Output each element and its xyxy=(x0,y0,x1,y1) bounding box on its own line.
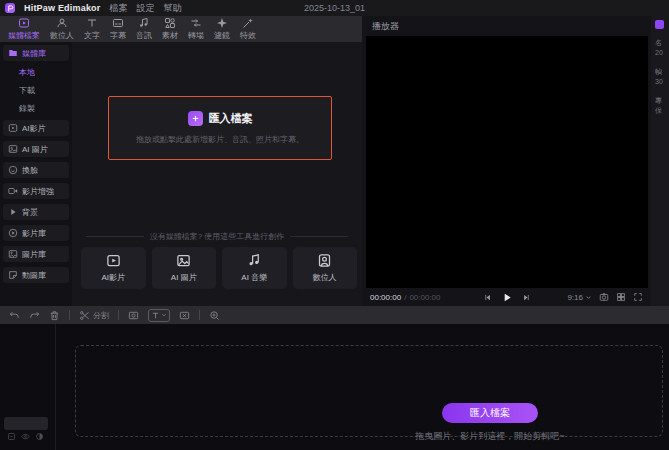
next-frame-icon[interactable] xyxy=(521,293,530,302)
fullscreen-icon[interactable] xyxy=(633,292,643,302)
zoom-in-icon[interactable] xyxy=(209,310,220,321)
property-value: 30 xyxy=(655,77,669,87)
ai-music-icon xyxy=(247,253,262,268)
asset-tabbar: 媒體檔案 數位人 文字 字幕 音訊 素材 xyxy=(0,16,362,42)
timeline-toolbar: 分割 xyxy=(0,306,669,324)
aspect-ratio-value: 9:16 xyxy=(567,293,583,302)
play-icon[interactable] xyxy=(501,292,512,303)
tab-text[interactable]: 文字 xyxy=(79,16,105,42)
media-panel: 匯入檔案 拖放或點擊此處新增影片、音訊、照片和字幕。 沒有媒體檔案? 使用這些工… xyxy=(72,42,362,306)
import-files-dropzone[interactable]: 匯入檔案 拖放或點擊此處新增影片、音訊、照片和字幕。 xyxy=(108,96,332,160)
menu-settings[interactable]: 設定 xyxy=(137,2,155,15)
sidebar-item-face-swap[interactable]: 換臉 xyxy=(3,162,69,178)
sidebar-item-media-library[interactable]: 媒體庫 xyxy=(3,45,69,61)
remove-subtitle-icon[interactable] xyxy=(179,310,190,321)
properties-strip[interactable]: 名 20 幀 30 專 保 xyxy=(651,16,669,306)
track-visibility-icon[interactable] xyxy=(21,432,30,441)
mask-icon[interactable] xyxy=(128,310,139,321)
audio-icon xyxy=(138,17,150,29)
player-header: 播放器 xyxy=(362,16,651,36)
digital-human-button[interactable]: 數位人 xyxy=(293,247,358,289)
sidebar-item-local[interactable]: 本地 xyxy=(3,66,69,79)
split-label[interactable]: 分割 xyxy=(93,310,109,321)
background-icon xyxy=(8,207,18,217)
menu-help[interactable]: 幫助 xyxy=(164,2,182,15)
toolbar-divider xyxy=(199,310,200,320)
transition-icon xyxy=(190,17,202,29)
track-header xyxy=(4,417,48,430)
video-preview[interactable] xyxy=(366,36,648,288)
ai-video-button[interactable]: AI影片 xyxy=(81,247,146,289)
track-lock-icon[interactable] xyxy=(35,432,44,441)
previous-frame-icon[interactable] xyxy=(483,293,492,302)
tab-audio[interactable]: 音訊 xyxy=(131,16,157,42)
elements-icon xyxy=(164,17,176,29)
timeline-dropzone[interactable] xyxy=(75,345,663,437)
player-controls: 00:00:00 / 00:00:00 9:16 xyxy=(362,288,651,306)
delete-icon[interactable] xyxy=(49,310,60,321)
tools-divider: 沒有媒體檔案? 使用這些工具進行創作 xyxy=(86,231,348,242)
app-name: HitPaw Edimakor xyxy=(24,3,101,13)
tab-media-files[interactable]: 媒體檔案 xyxy=(3,16,45,42)
app-window: 2025-10-13_01 HitPaw Edimakor 檔案 設定 幫助 媒… xyxy=(0,0,669,450)
undo-icon[interactable] xyxy=(9,310,20,321)
aspect-ratio-selector[interactable]: 9:16 xyxy=(567,293,592,302)
chevron-down-icon xyxy=(585,294,592,301)
text-tool-button[interactable] xyxy=(148,309,170,322)
sidebar-item-record[interactable]: 錄製 xyxy=(3,102,69,115)
snapshot-icon[interactable] xyxy=(599,292,609,302)
tab-transition[interactable]: 轉場 xyxy=(183,16,209,42)
sidebar-item-image-library[interactable]: 圖片庫 xyxy=(3,246,69,262)
split-icon[interactable] xyxy=(79,310,90,321)
grid-view-icon[interactable] xyxy=(616,292,626,302)
import-title: 匯入檔案 xyxy=(209,111,253,126)
ai-music-button[interactable]: AI 音樂 xyxy=(222,247,287,289)
player-panel: 播放器 00:00:00 / 00:00:00 9:16 xyxy=(362,16,651,306)
tab-subtitle[interactable]: 字幕 xyxy=(105,16,131,42)
tab-elements[interactable]: 素材 xyxy=(157,16,183,42)
property-label: 專 xyxy=(655,96,669,106)
tools-divider-text: 沒有媒體檔案? 使用這些工具進行創作 xyxy=(150,231,285,242)
plus-icon xyxy=(188,111,203,126)
text-icon xyxy=(86,17,98,29)
toolbar-divider xyxy=(118,310,119,320)
tab-digital-human[interactable]: 數位人 xyxy=(45,16,79,42)
property-label: 幀 xyxy=(655,67,669,77)
sidebar-item-ai-image[interactable]: AI 圖片 xyxy=(3,141,69,157)
player-title: 播放器 xyxy=(372,20,399,33)
subtitle-icon xyxy=(112,17,124,29)
menubar: 2025-10-13_01 HitPaw Edimakor 檔案 設定 幫助 xyxy=(0,0,669,16)
total-time: 00:00:00 xyxy=(409,293,440,302)
track-mute-icon[interactable] xyxy=(7,432,16,441)
tab-filter[interactable]: 濾鏡 xyxy=(209,16,235,42)
tab-effects[interactable]: 特效 xyxy=(235,16,261,42)
media-files-icon xyxy=(18,17,30,29)
gif-library-icon xyxy=(8,270,18,280)
player-right-controls: 9:16 xyxy=(567,292,643,302)
sidebar-item-gif-library[interactable]: 動圖庫 xyxy=(3,267,69,283)
property-value: 20 xyxy=(655,48,669,58)
sidebar-item-background[interactable]: 背景 xyxy=(3,204,69,220)
ai-image-button[interactable]: AI 圖片 xyxy=(152,247,217,289)
timeline-import-button[interactable]: 匯入檔案 xyxy=(442,403,538,423)
divider-line xyxy=(290,236,348,237)
sidebar-item-video-enhance[interactable]: 影片增強 xyxy=(3,183,69,199)
ai-tools-row: AI影片 AI 圖片 AI 音樂 數位人 xyxy=(81,247,357,289)
ai-video-icon xyxy=(8,123,18,133)
ai-image-icon xyxy=(176,253,191,268)
timeline-area[interactable]: 匯入檔案 拖曳圖片、影片到這裡，開始剪輯吧~ xyxy=(0,324,669,450)
toolbar-divider xyxy=(69,310,70,320)
sidebar-item-download[interactable]: 下載 xyxy=(3,84,69,97)
left-pane: 媒體檔案 數位人 文字 字幕 音訊 素材 xyxy=(0,16,362,306)
filter-icon xyxy=(216,17,228,29)
left-body: 媒體庫 本地 下載 錄製 AI影片 AI 圖片 換臉 xyxy=(0,42,362,306)
menu-file[interactable]: 檔案 xyxy=(110,2,128,15)
sidebar-item-video-library[interactable]: 影片庫 xyxy=(3,225,69,241)
sidebar-item-ai-video[interactable]: AI影片 xyxy=(3,120,69,136)
properties-tab-icon[interactable] xyxy=(655,20,664,29)
app-logo-icon xyxy=(5,3,15,13)
redo-icon[interactable] xyxy=(29,310,40,321)
image-library-icon xyxy=(8,249,18,259)
text-tool-icon xyxy=(151,311,160,320)
property-label: 名 xyxy=(655,38,669,48)
